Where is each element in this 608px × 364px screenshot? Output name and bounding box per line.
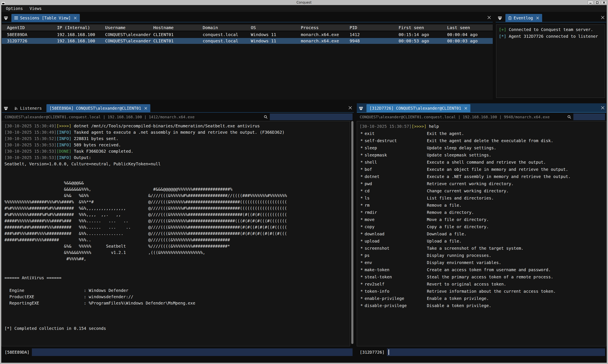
command-description: Exit the agent and delete the executable…	[427, 137, 604, 144]
command-description: Retrieve information about the current a…	[427, 288, 604, 295]
panel-menu-dropdown-icon[interactable]	[4, 107, 8, 110]
cell-domain: conquest.local	[203, 38, 251, 43]
command-name: download	[365, 231, 427, 238]
eventlog-entry: [+] Connected to Conquest team server.	[499, 26, 602, 33]
sessions-tab-bar: Sessions [Table View]	[2, 13, 493, 22]
command-name: upload	[365, 238, 427, 245]
search-icon	[264, 115, 268, 119]
event-tag: [+]	[499, 27, 506, 32]
cell-agent-id: 58EE89DA	[7, 32, 57, 37]
right-command-input[interactable]	[387, 348, 605, 356]
menu-bar: OptionsViews	[1, 5, 607, 12]
command-name: rmdir	[365, 209, 427, 216]
eventlog-console[interactable]: [+] Connected to Conquest team server. […	[496, 25, 605, 98]
help-command-row: *self-destructExit the agent and delete …	[360, 137, 604, 144]
command-description: Download a file.	[427, 231, 604, 238]
left-search-input[interactable]	[270, 114, 352, 120]
command-description: List files and directories.	[427, 195, 604, 202]
window-title: Conquest	[0, 1, 608, 4]
command-description: Display environment variables.	[427, 259, 604, 266]
tab-close-icon[interactable]	[74, 16, 77, 20]
tab-sessions-table-view[interactable]: Sessions [Table View]	[11, 14, 80, 22]
column-header: Last seen	[447, 25, 493, 30]
command-name: shell	[365, 159, 427, 166]
help-command-row: *bofExecute an object file in memory and…	[360, 166, 604, 173]
log-tag: [>>>>]	[56, 124, 71, 129]
tab-session-312d7726[interactable]: [312D7726] CONQUEST\alexander@CLIENT01	[366, 104, 470, 112]
log-line: [30-10-2025 15:30:53][INFO] 589 bytes re…	[4, 142, 347, 148]
panel-menu-dropdown-icon[interactable]	[359, 107, 363, 110]
column-header: Username	[105, 25, 153, 30]
help-command-row: *uploadUpload a file.	[360, 238, 604, 245]
column-header: IP (Internal)	[57, 25, 105, 30]
cell-process: monarch.x64.exe	[301, 32, 350, 37]
command-description: Execute a shell command and retrieve the…	[427, 159, 604, 166]
menu-item[interactable]: Options	[6, 6, 23, 11]
agent-312d7726-panel: [312D7726] CONQUEST\alexander@CLIENT01 C…	[357, 103, 606, 358]
prompt-label: [312D7726]	[357, 350, 384, 355]
help-command-row: *sleepmaskUpdate sleepmask settings.	[360, 152, 604, 159]
command-name: token-info	[365, 288, 427, 295]
right-console-output[interactable]: [30-10-2025 15:30:57][>>>>] help *exitEx…	[357, 121, 606, 346]
command-name: sleepmask	[365, 152, 427, 159]
session-row[interactable]: 58EE89DA 192.168.168.100 CONQUEST\alexan…	[2, 31, 493, 38]
right-log: [30-10-2025 15:30:57][>>>>] help	[360, 123, 604, 130]
panel-menu-dropdown-icon[interactable]	[498, 17, 502, 20]
menu-item[interactable]: Views	[29, 6, 41, 11]
command-description: Enable a token privilege.	[427, 295, 604, 302]
left-command-input[interactable]	[32, 348, 352, 356]
command-description: Remove a directory.	[427, 209, 604, 216]
command-description: Move a file or directory.	[427, 216, 604, 223]
column-header: PID	[350, 25, 399, 30]
log-line: [30-10-2025 15:30:57][>>>>] help	[360, 123, 604, 130]
cell-agent-id: 312D7726	[7, 38, 57, 43]
log-tag: [DONE]	[56, 149, 71, 154]
help-command-row: *screenshotTake a screenshot of the targ…	[360, 245, 604, 252]
left-panel-close-icon[interactable]	[348, 106, 352, 110]
cell-os: Windows 11	[251, 32, 301, 37]
command-description: Remove a file.	[427, 202, 604, 209]
agent-context-label: CONQUEST\alexander@CLIENT01.conquest.loc…	[357, 115, 565, 119]
tab-close-icon[interactable]	[464, 107, 467, 110]
tab-eventlog[interactable]: Eventlog	[505, 14, 542, 22]
cell-hostname: CLIENT01	[153, 38, 203, 43]
log-tag: [INFO]	[56, 130, 71, 135]
column-header: Process	[301, 25, 350, 30]
minimize-button[interactable]	[588, 1, 593, 4]
panel-menu-dropdown-icon[interactable]	[4, 17, 8, 20]
cell-last-seen: 00:00:03 ago	[447, 38, 493, 43]
command-description: Display running processes.	[427, 252, 604, 259]
command-description: Steal the primary access token of a remo…	[427, 273, 604, 281]
tab-close-icon[interactable]	[536, 16, 539, 20]
tab-label: Eventlog	[514, 16, 533, 20]
eventlog-tab-bar: Eventlog	[496, 13, 606, 22]
command-name: dotnet	[365, 173, 427, 180]
tab-close-icon[interactable]	[144, 107, 147, 110]
left-console-scrollbar[interactable]	[351, 121, 354, 346]
help-command-row: *cdChange current working directory.	[360, 187, 604, 195]
bottom-row: Listeners [58EE89DA] CONQUEST\alexander@…	[1, 101, 607, 363]
search-icon	[567, 115, 571, 119]
sessions-panel-close-icon[interactable]	[487, 16, 491, 19]
eventlog-panel-close-icon[interactable]	[601, 16, 605, 19]
log-tag: [INFO]	[56, 136, 71, 141]
cell-last-seen: 00:00:04 ago	[447, 32, 493, 37]
left-console-output[interactable]: [30-10-2025 15:30:49][>>>>] dotnet /mnt/…	[2, 121, 350, 346]
scrollbar-thumb[interactable]	[351, 121, 353, 344]
command-description: Copy a file or directory.	[427, 223, 604, 231]
title-bar[interactable]: Conquest	[0, 0, 608, 5]
session-row[interactable]: 312D7726 192.168.168.100 CONQUEST\alexan…	[2, 38, 493, 44]
close-button[interactable]	[601, 1, 607, 4]
tab-session-58ee89da[interactable]: [58EE89DA] CONQUEST\alexander@CLIENT01	[46, 104, 150, 112]
right-search-input[interactable]	[573, 114, 605, 120]
help-command-row: *make-tokenCreate an access token from u…	[360, 266, 604, 273]
sessions-table-header: AgentIDIP (Internal)UsernameHostnameDoma…	[2, 25, 493, 31]
prompt-label: [58EE89DA]	[2, 350, 29, 355]
right-panel-close-icon[interactable]	[601, 106, 605, 110]
command-description: Upload a file.	[427, 238, 604, 245]
cell-os: Windows 11	[251, 38, 301, 43]
agent-context-label: CONQUEST\alexander@CLIENT01.conquest.loc…	[2, 115, 262, 119]
tab-listeners[interactable]: Listeners	[11, 104, 45, 112]
eventlog-panel: Eventlog [+] Connected to Conquest team …	[496, 13, 606, 100]
maximize-button[interactable]	[594, 1, 600, 4]
